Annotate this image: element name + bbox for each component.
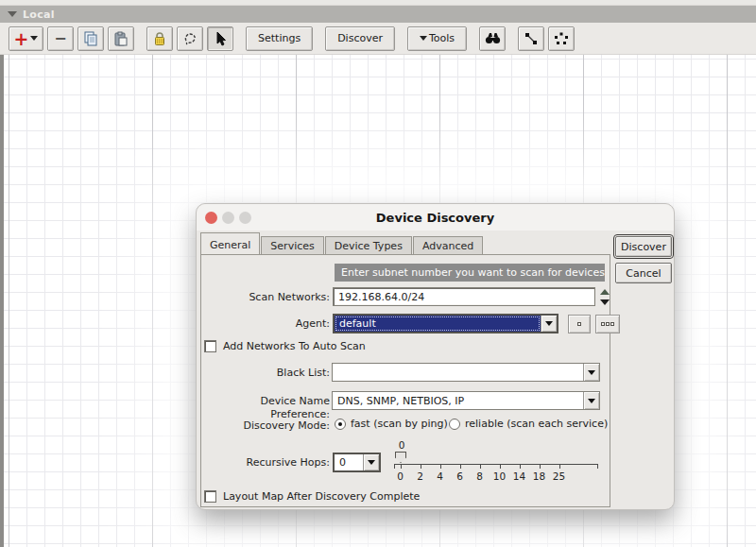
layout-map-checkbox[interactable] <box>204 490 216 503</box>
discovery-mode-reliable-option[interactable]: reliable (scan each service) <box>449 418 608 430</box>
zoom-button[interactable] <box>239 212 251 224</box>
find-button[interactable] <box>479 26 506 51</box>
agent-label: Agent: <box>204 317 330 331</box>
agent-combobox[interactable]: default <box>333 314 558 333</box>
tab-general[interactable]: General <box>200 232 260 254</box>
discovery-mode-label: Discovery Mode: <box>204 419 330 433</box>
agent-value: default <box>335 316 541 332</box>
agent-dropdown-button[interactable] <box>541 316 557 332</box>
dot-circle-icon <box>554 31 569 46</box>
discover-button[interactable]: Discover <box>615 236 672 257</box>
slider-tick-label: 4 <box>430 465 450 482</box>
chevron-down-icon <box>368 460 375 465</box>
slider-tick-label: 25 <box>549 465 569 482</box>
slider-tick-labels: 0246810141825 <box>390 465 576 482</box>
recursive-hops-slider[interactable]: 0 0246810141825 <box>394 439 598 485</box>
scan-networks-input[interactable]: 192.168.64.0/24 <box>333 287 595 306</box>
dialog-titlebar[interactable]: Device Discovery <box>197 204 674 231</box>
cancel-button-label: Cancel <box>626 267 661 280</box>
map-header[interactable]: Local <box>0 6 756 23</box>
arrow-cursor-icon <box>214 31 228 46</box>
slider-current-value: 0 <box>396 439 407 451</box>
tab-advanced[interactable]: Advanced <box>413 236 483 254</box>
toolbar: + − Settings <box>0 23 756 55</box>
black-list-label: Black List: <box>204 367 330 380</box>
paste-button[interactable] <box>108 26 134 51</box>
close-button[interactable] <box>205 212 217 224</box>
lasso-icon <box>182 31 198 46</box>
black-list-value <box>333 364 583 381</box>
slider-tick-label: 0 <box>390 465 410 482</box>
device-name-preference-combobox[interactable]: DNS, SNMP, NETBIOS, IP <box>332 391 600 410</box>
layout-map-checkbox-row[interactable]: Layout Map After Discovery Complete <box>204 490 420 503</box>
dialog-title: Device Discovery <box>197 211 674 225</box>
lock-icon <box>152 31 167 46</box>
add-networks-checkbox[interactable] <box>204 340 216 352</box>
chevron-down-icon <box>588 370 595 375</box>
chevron-down-icon <box>588 399 595 403</box>
discovery-mode-fast-option[interactable]: fast (scan by ping) <box>335 418 448 430</box>
layout-map-label: Layout Map After Discovery Complete <box>223 490 420 503</box>
discover-button-label: Discover <box>621 241 666 253</box>
scan-networks-label: Scan Networks: <box>204 291 330 304</box>
lasso-button[interactable] <box>177 26 203 51</box>
slider-tick-label: 10 <box>490 465 509 482</box>
dialog-tabs: General Services Device Types Advanced <box>200 232 484 254</box>
relayout-button[interactable] <box>548 26 575 51</box>
minus-icon: − <box>54 29 66 47</box>
tooltip-text: Enter subnet number you want to scan for… <box>341 266 605 279</box>
tab-label: Advanced <box>422 240 473 252</box>
discover-toolbar-button[interactable]: Discover <box>325 26 395 51</box>
minimize-button[interactable] <box>222 212 234 224</box>
paste-icon <box>113 31 129 46</box>
lock-button[interactable] <box>146 26 173 51</box>
device-discovery-dialog: Device Discovery General Services Device… <box>196 203 675 510</box>
slider-tick-label: 8 <box>470 465 490 482</box>
slider-tick-label: 6 <box>450 465 470 482</box>
radio-reliable[interactable] <box>449 419 460 430</box>
spinner-down-icon[interactable] <box>600 299 610 305</box>
cancel-button[interactable]: Cancel <box>615 263 672 283</box>
device-name-preference-label: Device Name Preference: <box>204 395 330 408</box>
tools-button[interactable]: Tools <box>407 26 467 51</box>
black-list-dropdown-button[interactable] <box>583 364 599 381</box>
settings-label: Settings <box>258 32 301 44</box>
radio-reliable-label: reliable (scan each service) <box>465 418 608 430</box>
agent-list-button[interactable] <box>595 315 620 333</box>
recursive-hops-label: Recursive Hops: <box>204 456 330 470</box>
scan-networks-value: 192.168.64.0/24 <box>338 291 424 303</box>
chevron-down-icon <box>420 36 427 41</box>
tab-services[interactable]: Services <box>261 236 323 254</box>
recursive-hops-dropdown-button[interactable] <box>363 454 379 470</box>
square-icon <box>601 322 605 326</box>
plus-icon: + <box>14 30 29 47</box>
recursive-hops-combobox[interactable]: 0 <box>333 453 381 472</box>
field-hint-tooltip: Enter subnet number you want to scan for… <box>335 264 605 282</box>
scan-networks-spinner[interactable] <box>598 289 610 305</box>
remove-button[interactable]: − <box>47 26 74 51</box>
black-list-combobox[interactable] <box>332 363 600 382</box>
square-icon <box>577 322 581 326</box>
settings-button[interactable]: Settings <box>246 26 313 51</box>
add-button[interactable]: + <box>9 26 43 51</box>
tab-label: Services <box>270 240 314 252</box>
collapse-arrow-icon[interactable] <box>8 11 17 17</box>
pointer-button[interactable] <box>207 26 233 51</box>
binoculars-icon <box>485 31 501 45</box>
tab-label: General <box>210 239 250 251</box>
add-networks-label: Add Networks To Auto Scan <box>223 340 366 352</box>
slider-thumb[interactable] <box>395 452 406 463</box>
device-name-preference-value: DNS, SNMP, NETBIOS, IP <box>333 392 583 409</box>
slider-tick-label: 18 <box>529 465 549 482</box>
copy-button[interactable] <box>77 26 104 51</box>
agent-view-button[interactable] <box>568 315 591 333</box>
add-link-button[interactable] <box>518 26 544 51</box>
radio-fast-label: fast (scan by ping) <box>351 418 448 430</box>
device-name-dropdown-button[interactable] <box>583 392 599 409</box>
radio-fast[interactable] <box>335 419 346 430</box>
spinner-up-icon[interactable] <box>600 289 610 295</box>
add-networks-checkbox-row[interactable]: Add Networks To Auto Scan <box>204 340 366 352</box>
recursive-hops-value: 0 <box>335 454 363 470</box>
chevron-down-icon <box>545 321 553 326</box>
tab-device-types[interactable]: Device Types <box>325 236 412 254</box>
